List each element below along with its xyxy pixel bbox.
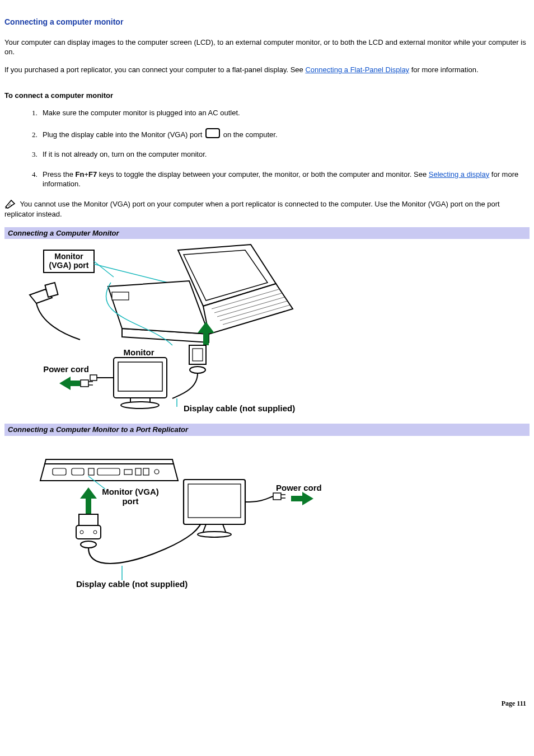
list-item: If it is not already on, turn on the com… bbox=[39, 149, 530, 159]
text-fragment: If you purchased a port replicator, you … bbox=[4, 65, 305, 74]
vga-connector-top bbox=[30, 283, 80, 340]
svg-rect-20 bbox=[81, 380, 88, 387]
svg-rect-24 bbox=[72, 468, 84, 475]
text-fragment: Press the bbox=[43, 170, 76, 179]
step-text: Press the Fn+F7 keys to toggle the displ… bbox=[43, 170, 518, 189]
section-heading: Connecting a computer monitor bbox=[4, 17, 530, 27]
note-icon bbox=[4, 199, 17, 209]
key-fn: Fn bbox=[76, 170, 85, 179]
text-fragment: on the computer. bbox=[221, 130, 277, 139]
fig1-monitor-label: Monitor bbox=[124, 348, 154, 357]
svg-point-35 bbox=[93, 530, 97, 534]
step-text: If it is not already on, turn on the com… bbox=[43, 150, 207, 158]
fig2-vga-label-l1: Monitor (VGA) bbox=[102, 487, 159, 496]
svg-rect-32 bbox=[79, 514, 98, 525]
arrow-right-icon bbox=[291, 492, 313, 505]
vga-connector-bottom bbox=[172, 345, 206, 398]
port-replicator-illustration bbox=[40, 459, 178, 481]
text-fragment: Plug the display cable into the Monitor … bbox=[43, 130, 204, 139]
svg-rect-26 bbox=[97, 468, 120, 475]
svg-rect-25 bbox=[88, 468, 94, 475]
text-fragment: for more information. bbox=[409, 65, 479, 74]
link-connecting-flat-panel[interactable]: Connecting a Flat-Panel Display bbox=[305, 65, 409, 74]
list-item: Plug the display cable into the Monitor … bbox=[39, 128, 530, 140]
svg-point-36 bbox=[81, 541, 96, 548]
link-selecting-display[interactable]: Selecting a display bbox=[429, 170, 489, 179]
arrow-up-icon bbox=[80, 487, 97, 514]
note-text: You cannot use the Monitor (VGA) port on… bbox=[4, 200, 500, 219]
intro-paragraph-2: If you purchased a port replicator, you … bbox=[4, 65, 530, 75]
text-fragment: + bbox=[84, 170, 88, 179]
svg-point-17 bbox=[121, 402, 159, 408]
fig2-power-label: Power cord bbox=[276, 483, 322, 492]
list-item: Make sure the computer monitor is plugge… bbox=[39, 108, 530, 118]
fig1-cable-label: Display cable (not supplied) bbox=[184, 403, 295, 413]
svg-rect-11 bbox=[193, 349, 203, 361]
fig2-cable-label: Display cable (not supplied) bbox=[76, 579, 188, 589]
svg-rect-29 bbox=[143, 468, 149, 475]
svg-line-2 bbox=[94, 264, 172, 284]
vga-connector bbox=[76, 514, 101, 548]
text-fragment: keys to toggle the display between your … bbox=[97, 170, 429, 179]
figure-port-replicator: Monitor (VGA) port Power cord Displ bbox=[4, 436, 530, 598]
svg-point-34 bbox=[80, 530, 83, 534]
vga-port-icon bbox=[205, 128, 220, 138]
crt-monitor-illustration bbox=[90, 358, 167, 408]
svg-rect-28 bbox=[135, 468, 141, 475]
flat-panel-illustration bbox=[184, 480, 285, 537]
step-text: Plug the display cable into the Monitor … bbox=[43, 130, 278, 139]
page-number: Page 111 bbox=[4, 699, 530, 708]
svg-rect-39 bbox=[188, 484, 241, 518]
svg-rect-18 bbox=[90, 375, 97, 381]
svg-rect-15 bbox=[118, 362, 162, 391]
figure-caption-1: Connecting a Computer Monitor bbox=[4, 227, 530, 240]
fig1-power-label: Power cord bbox=[43, 364, 89, 374]
svg-point-30 bbox=[154, 469, 159, 474]
svg-point-12 bbox=[190, 367, 205, 373]
svg-rect-23 bbox=[53, 468, 66, 475]
figure-caption-2: Connecting a Computer Monitor to a Port … bbox=[4, 424, 530, 436]
list-item: Press the Fn+F7 keys to toggle the displ… bbox=[39, 170, 530, 189]
steps-list: Make sure the computer monitor is plugge… bbox=[4, 108, 530, 189]
key-f7: F7 bbox=[88, 170, 97, 179]
step-text: Make sure the computer monitor is plugge… bbox=[43, 109, 240, 117]
laptop-illustration bbox=[108, 245, 293, 342]
svg-line-1 bbox=[94, 261, 114, 277]
svg-point-40 bbox=[198, 532, 231, 537]
svg-rect-41 bbox=[273, 493, 281, 500]
procedure-heading: To connect a computer monitor bbox=[4, 91, 530, 101]
svg-rect-27 bbox=[124, 469, 132, 475]
note-paragraph: You cannot use the Monitor (VGA) port on… bbox=[4, 199, 530, 219]
arrow-left-icon bbox=[59, 377, 80, 390]
svg-rect-8 bbox=[112, 292, 129, 300]
fig1-vga-label-line1: Monitor bbox=[54, 252, 83, 261]
fig2-vga-label-l2: port bbox=[122, 496, 138, 506]
figure-connecting-monitor: Monitor (VGA) port bbox=[4, 239, 530, 418]
intro-paragraph-1: Your computer can display images to the … bbox=[4, 37, 530, 57]
fig1-vga-label-line2: (VGA) port bbox=[49, 261, 89, 270]
